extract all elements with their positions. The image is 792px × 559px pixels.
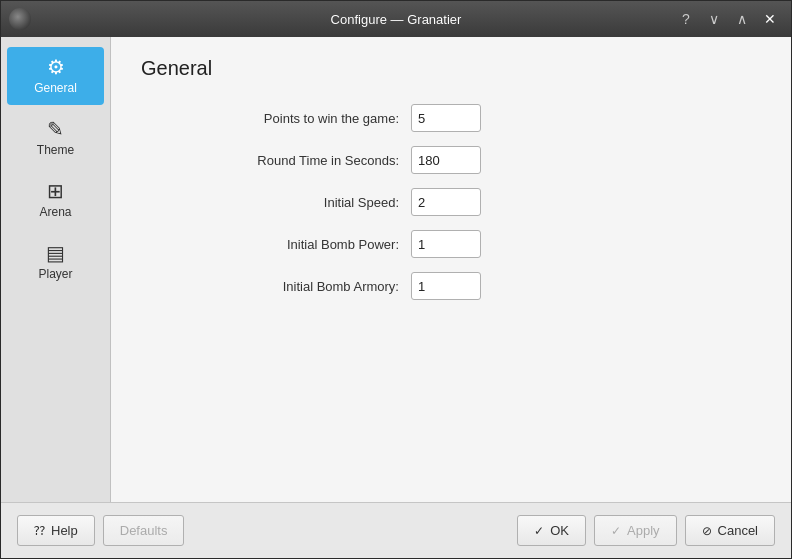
points-spinbox[interactable]: ▲ ▼ (411, 104, 481, 132)
cancel-label: Cancel (718, 523, 758, 538)
sidebar-item-general[interactable]: ⚙ General (7, 47, 104, 105)
main-content: ⚙ General ✎ Theme ⊞ Arena ▤ Player Gener… (1, 37, 791, 502)
page-title: General (141, 57, 761, 80)
titlebar-buttons: ? ∨ ∧ ✕ (673, 6, 783, 32)
arena-icon: ⊞ (47, 181, 64, 201)
help-button[interactable]: ⁇ Help (17, 515, 95, 546)
settings-form: Points to win the game: ▲ ▼ Round Time i… (141, 104, 481, 300)
sidebar-label-arena: Arena (39, 205, 71, 219)
bombpower-label: Initial Bomb Power: (141, 237, 399, 252)
ok-label: OK (550, 523, 569, 538)
bombarmory-spinbox[interactable]: ▲ ▼ (411, 272, 481, 300)
bombpower-spinbox[interactable]: ▲ ▼ (411, 230, 481, 258)
help-icon: ⁇ (34, 524, 45, 538)
roundtime-label: Round Time in Seconds: (141, 153, 399, 168)
theme-icon: ✎ (47, 119, 64, 139)
sidebar: ⚙ General ✎ Theme ⊞ Arena ▤ Player (1, 37, 111, 502)
general-icon: ⚙ (47, 57, 65, 77)
close-button[interactable]: ✕ (757, 6, 783, 32)
roundtime-input[interactable] (412, 153, 481, 168)
titlebar-left (9, 8, 31, 30)
speed-label: Initial Speed: (141, 195, 399, 210)
bombarmory-input[interactable] (412, 279, 481, 294)
main-window: Configure — Granatier ? ∨ ∧ ✕ ⚙ General … (0, 0, 792, 559)
sidebar-label-player: Player (38, 267, 72, 281)
footer: ⁇ Help Defaults ✓ OK ✓ Apply ⊘ Cancel (1, 502, 791, 558)
window-title: Configure — Granatier (331, 12, 462, 27)
ok-check-icon: ✓ (534, 524, 544, 538)
help-titlebar-button[interactable]: ? (673, 6, 699, 32)
bombpower-input[interactable] (412, 237, 481, 252)
speed-spinbox[interactable]: ▲ ▼ (411, 188, 481, 216)
titlebar: Configure — Granatier ? ∨ ∧ ✕ (1, 1, 791, 37)
roundtime-spinbox[interactable]: ▲ ▼ (411, 146, 481, 174)
app-icon (9, 8, 31, 30)
defaults-label: Defaults (120, 523, 168, 538)
sidebar-label-general: General (34, 81, 77, 95)
maximize-button[interactable]: ∧ (729, 6, 755, 32)
bombarmory-label: Initial Bomb Armory: (141, 279, 399, 294)
ok-button[interactable]: ✓ OK (517, 515, 586, 546)
apply-button[interactable]: ✓ Apply (594, 515, 677, 546)
help-label: Help (51, 523, 78, 538)
points-label: Points to win the game: (141, 111, 399, 126)
apply-check-icon: ✓ (611, 524, 621, 538)
cancel-button[interactable]: ⊘ Cancel (685, 515, 775, 546)
cancel-icon: ⊘ (702, 524, 712, 538)
defaults-button[interactable]: Defaults (103, 515, 185, 546)
content-area: General Points to win the game: ▲ ▼ Roun… (111, 37, 791, 502)
sidebar-label-theme: Theme (37, 143, 74, 157)
sidebar-item-arena[interactable]: ⊞ Arena (7, 171, 104, 229)
footer-left: ⁇ Help Defaults (17, 515, 184, 546)
sidebar-item-theme[interactable]: ✎ Theme (7, 109, 104, 167)
points-input[interactable] (412, 111, 481, 126)
minimize-button[interactable]: ∨ (701, 6, 727, 32)
footer-right: ✓ OK ✓ Apply ⊘ Cancel (517, 515, 775, 546)
player-icon: ▤ (46, 243, 65, 263)
apply-label: Apply (627, 523, 660, 538)
speed-input[interactable] (412, 195, 481, 210)
sidebar-item-player[interactable]: ▤ Player (7, 233, 104, 291)
